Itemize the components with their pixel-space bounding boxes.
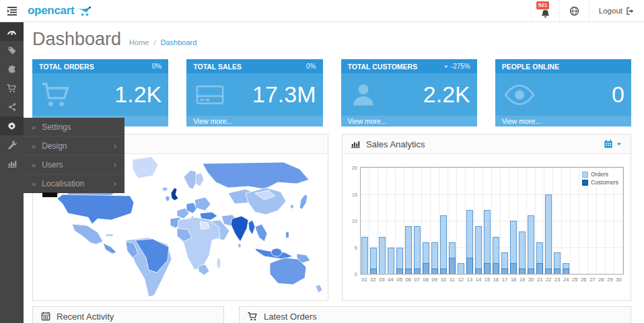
bar-customers: [563, 268, 570, 274]
flyout-item-label: Settings: [42, 122, 71, 132]
chart-bar-slot: [404, 168, 413, 274]
chart-x-tick: 29: [606, 277, 614, 283]
opencart-logo[interactable]: opencart: [28, 0, 94, 22]
latest-orders-title: Latest Orders: [264, 312, 317, 322]
tile-people-online-view-more[interactable]: View more...: [495, 116, 631, 127]
topbar-actions: 521 Logout: [531, 0, 644, 22]
calendar-icon: [604, 139, 613, 149]
chart-bar-slot: [361, 168, 369, 274]
storefront-button[interactable]: [559, 0, 589, 22]
chart-bar-slot: [536, 168, 544, 274]
chart-x-tick: 23: [553, 277, 562, 283]
bar-customers: [554, 268, 561, 274]
breadcrumb-separator: /: [153, 38, 155, 46]
topbar: opencart 521 Logout: [0, 0, 644, 22]
sales-analytics-title: Sales Analytics: [366, 139, 425, 149]
bar-orders: [379, 237, 386, 274]
angle-right-icon: ›: [114, 141, 116, 151]
chart-x-tick: 04: [386, 277, 395, 283]
flyout-item-users[interactable]: »Users›: [24, 155, 124, 174]
cart-icon: [248, 312, 258, 322]
chart-x-tick: 07: [413, 277, 421, 283]
chart-x-tick: 20: [527, 277, 536, 283]
chart-x-tick: 22: [544, 277, 553, 283]
tile-total-sales-view-more[interactable]: View more...: [186, 116, 322, 127]
bar-customers: [449, 258, 456, 274]
cart-icon: [7, 83, 17, 94]
flyout-item-settings[interactable]: »Settings: [24, 118, 124, 137]
tile-title: TOTAL SALES: [193, 63, 242, 71]
chart-x-tick: 30: [614, 277, 623, 283]
recent-activity-heading: Recent Activity: [33, 307, 223, 323]
tile-change-value: 0%: [152, 63, 162, 70]
date-range-button[interactable]: [604, 139, 622, 149]
sidebar-item-tools[interactable]: [0, 135, 24, 154]
chart-bar-slot: [448, 168, 457, 274]
sidebar-item-reports[interactable]: [0, 154, 24, 173]
bar-customers: [528, 268, 535, 274]
chart-bar-slot: [492, 168, 501, 274]
logout-button[interactable]: Logout: [589, 0, 644, 22]
tile-total-orders: TOTAL ORDERS0%1.2KView more...: [32, 59, 168, 127]
latest-orders-heading: Latest Orders: [240, 307, 631, 323]
share-icon: [7, 102, 17, 112]
bar-orders: [405, 226, 413, 274]
sidebar-item-extensions[interactable]: [0, 60, 24, 79]
flyout-item-localisation[interactable]: »Localisation›: [24, 174, 124, 193]
bar-customers: [475, 268, 482, 274]
tile-people-online-body: 0: [495, 73, 631, 116]
sidebar-item-dashboard[interactable]: [0, 22, 24, 41]
chart-x-tick: 09: [430, 277, 439, 283]
tile-total-sales-header: TOTAL SALES0%: [186, 59, 322, 73]
tile-total-customers-view-more[interactable]: View more...: [341, 116, 477, 127]
chart-bar-slot: [562, 168, 571, 274]
breadcrumb: Home / Dashboard: [129, 38, 196, 46]
logo-text: opencart: [28, 4, 74, 17]
wrench-icon: [7, 140, 17, 149]
sidebar-nav: [0, 22, 24, 323]
bar-customers: [519, 268, 526, 274]
flyout-stub: [42, 192, 57, 197]
chart-bar-slot: [501, 168, 509, 274]
chart-x-tick: 21: [536, 277, 544, 283]
bar-customers: [405, 268, 413, 274]
tile-total-sales-value: 17.3M: [252, 81, 316, 107]
chart-x-axis-labels: 0102030405060708091011121314151617181920…: [360, 277, 624, 283]
chart-bar-slot: [378, 168, 387, 274]
sidebar-item-sales[interactable]: [0, 79, 24, 98]
bar-customers: [370, 268, 378, 274]
calendar-icon: [41, 312, 50, 321]
chart-x-tick: 19: [518, 277, 527, 283]
bar-customers: [493, 263, 500, 274]
bar-customers: [510, 263, 517, 274]
tile-change-value: -275%: [451, 63, 470, 70]
chart-bar-slot: [474, 168, 483, 274]
latest-orders-panel: Latest Orders: [239, 306, 631, 323]
bar-orders: [361, 237, 369, 274]
chart-x-tick: 02: [369, 277, 378, 283]
chart-y-tick: 5: [355, 244, 357, 250]
chart-bar-slot: [571, 168, 579, 274]
angle-right-icon: ›: [114, 160, 116, 170]
caret-down-icon: [616, 141, 622, 147]
sidebar-item-system[interactable]: [0, 116, 24, 135]
tile-total-customers: TOTAL CUSTOMERS-275%2.2KView more...: [341, 59, 477, 127]
tile-total-orders-body: 1.2K: [32, 73, 168, 116]
sidebar-toggle-button[interactable]: [0, 0, 24, 22]
angle-double-right-icon: »: [32, 123, 36, 131]
chart-bar-slot: [413, 168, 422, 274]
notifications-button[interactable]: 521: [531, 0, 559, 22]
chart-x-tick: 06: [404, 277, 413, 283]
flyout-item-design[interactable]: »Design›: [24, 137, 124, 155]
sidebar-item-marketing[interactable]: [0, 98, 24, 116]
tile-total-sales: TOTAL SALES0%17.3MView more...: [186, 59, 322, 127]
bar-customers: [423, 263, 430, 274]
bar-customers: [545, 268, 552, 274]
breadcrumb-home[interactable]: Home: [129, 38, 149, 46]
legend-label: Orders: [591, 171, 608, 178]
flyout-item-label: Users: [42, 160, 63, 170]
breadcrumb-current[interactable]: Dashboard: [161, 38, 197, 46]
chart-x-tick: 11: [448, 277, 456, 283]
sidebar-item-catalog[interactable]: [0, 41, 24, 60]
chart-bar-slot: [369, 168, 378, 274]
